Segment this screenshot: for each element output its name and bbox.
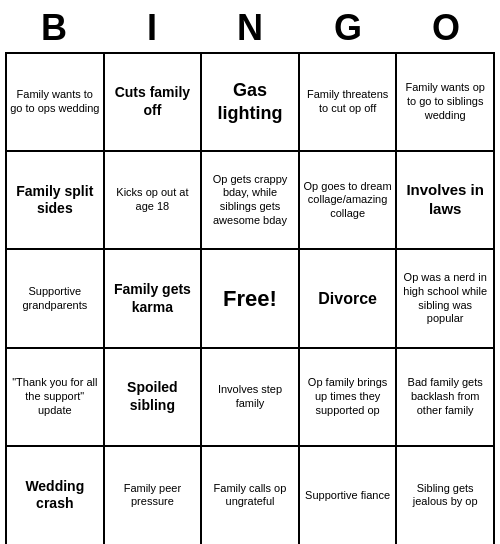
bingo-cell-7[interactable]: Op gets crappy bday, while siblings gets… [201,151,299,249]
bingo-cell-2[interactable]: Gas lighting [201,53,299,151]
bingo-cell-10[interactable]: Supportive grandparents [6,249,104,347]
bingo-cell-8[interactable]: Op goes to dream collage/amazing collage [299,151,397,249]
bingo-cell-19[interactable]: Bad family gets backlash from other fami… [396,348,494,446]
bingo-cell-5[interactable]: Family split sides [6,151,104,249]
bingo-cell-24[interactable]: Sibling gets jealous by op [396,446,494,544]
bingo-cell-6[interactable]: Kicks op out at age 18 [104,151,202,249]
bingo-cell-3[interactable]: Family threatens to cut op off [299,53,397,151]
bingo-cell-15[interactable]: "Thank you for all the support" update [6,348,104,446]
bingo-header: B I N G O [5,6,495,50]
bingo-grid: Family wants to go to ops weddingCuts fa… [5,52,495,544]
bingo-cell-9[interactable]: Involves in laws [396,151,494,249]
bingo-cell-4[interactable]: Family wants op to go to siblings weddin… [396,53,494,151]
header-g: G [299,6,397,50]
bingo-cell-13[interactable]: Divorce [299,249,397,347]
bingo-cell-1[interactable]: Cuts family off [104,53,202,151]
bingo-cell-0[interactable]: Family wants to go to ops wedding [6,53,104,151]
bingo-cell-16[interactable]: Spoiled sibling [104,348,202,446]
bingo-cell-18[interactable]: Op family brings up times they supported… [299,348,397,446]
bingo-cell-17[interactable]: Involves step family [201,348,299,446]
bingo-cell-21[interactable]: Family peer pressure [104,446,202,544]
bingo-cell-12[interactable]: Free! [201,249,299,347]
bingo-cell-22[interactable]: Family calls op ungrateful [201,446,299,544]
header-n: N [201,6,299,50]
bingo-cell-23[interactable]: Supportive fiance [299,446,397,544]
header-i: I [103,6,201,50]
header-b: B [5,6,103,50]
bingo-card: B I N G O Family wants to go to ops wedd… [5,6,495,544]
bingo-cell-11[interactable]: Family gets karma [104,249,202,347]
bingo-cell-14[interactable]: Op was a nerd in high school while sibli… [396,249,494,347]
bingo-cell-20[interactable]: Wedding crash [6,446,104,544]
header-o: O [397,6,495,50]
